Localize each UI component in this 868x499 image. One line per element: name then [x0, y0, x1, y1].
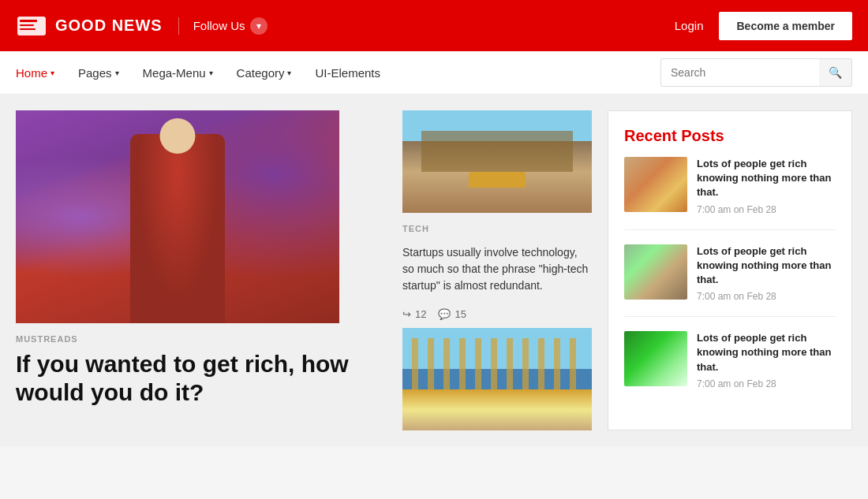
shares-meta: ↪ 12 — [402, 308, 426, 320]
post-date-3: 7:00 am on Feb 28 — [697, 378, 836, 389]
category-caret-icon: ▾ — [287, 69, 291, 77]
post-title-2: Lots of people get rich knowing nothing … — [697, 244, 836, 288]
nav-category-label: Category — [237, 66, 285, 80]
search-icon: 🔍 — [829, 66, 842, 79]
nav-left: Home ▾ Pages ▾ Mega-Menu ▾ Category ▾ UI… — [16, 66, 380, 80]
hero-category-label: MUSTREADS — [16, 334, 387, 344]
nav-mega-label: Mega-Menu — [143, 66, 206, 80]
nav-item-ui-elements[interactable]: UI-Elements — [315, 66, 380, 80]
become-member-button[interactable]: Become a member — [719, 12, 852, 40]
pages-caret-icon: ▾ — [115, 69, 119, 77]
hero-section: MUSTREADS If you wanted to get rich, how… — [16, 110, 592, 430]
canal-image — [402, 110, 592, 213]
search-input[interactable] — [661, 66, 819, 79]
recent-post-1[interactable]: Lots of people get rich knowing nothing … — [624, 157, 836, 230]
hero-main-content: MUSTREADS If you wanted to get rich, how… — [16, 323, 387, 413]
desert-thumbnail — [624, 157, 687, 212]
home-caret-icon: ▾ — [51, 69, 54, 77]
nav-home-label: Home — [16, 66, 47, 80]
post-date-2: 7:00 am on Feb 28 — [697, 291, 836, 302]
nav-pages-label: Pages — [78, 66, 112, 80]
nav-item-pages[interactable]: Pages ▾ — [78, 66, 119, 80]
post-thumb-2 — [624, 244, 687, 300]
side-image-bottom — [402, 328, 592, 430]
login-button[interactable]: Login — [675, 19, 704, 32]
content-left: MUSTREADS If you wanted to get rich, how… — [16, 110, 592, 430]
follow-us-label: Follow Us — [193, 19, 245, 32]
kitchen-background — [16, 110, 339, 323]
comment-icon: 💬 — [438, 308, 451, 320]
post-info-3: Lots of people get rich knowing nothing … — [697, 331, 836, 389]
hero-side: TECH Startups usually involve technology… — [402, 110, 592, 430]
search-box[interactable]: 🔍 — [660, 58, 852, 87]
follow-us-button[interactable]: Follow Us ▾ — [178, 17, 268, 35]
logo-icon — [16, 10, 47, 42]
post-title-3: Lots of people get rich knowing nothing … — [697, 331, 836, 374]
chevron-down-icon: ▾ — [250, 17, 268, 35]
top-bar-left: GOOD NEWS Follow Us ▾ — [16, 10, 268, 42]
side-image-top — [402, 110, 592, 213]
logo-area[interactable]: GOOD NEWS — [16, 10, 163, 42]
sidebar-title: Recent Posts — [624, 127, 836, 145]
nav-item-category[interactable]: Category ▾ — [237, 66, 292, 80]
share-icon: ↪ — [402, 308, 411, 320]
post-title-1: Lots of people get rich knowing nothing … — [697, 157, 836, 200]
svg-rect-2 — [20, 24, 34, 26]
side-article-text[interactable]: Startups usually involve technology, so … — [402, 244, 592, 294]
comments-count: 15 — [455, 308, 466, 320]
top-bar-right: Login Become a member — [675, 12, 852, 40]
top-bar: GOOD NEWS Follow Us ▾ Login Become a mem… — [0, 0, 868, 51]
nav-bar: Home ▾ Pages ▾ Mega-Menu ▾ Category ▾ UI… — [0, 51, 868, 95]
search-button[interactable]: 🔍 — [819, 59, 851, 86]
side-article-category: TECH — [402, 224, 592, 233]
recent-post-3[interactable]: Lots of people get rich knowing nothing … — [624, 331, 836, 404]
sidebar: Recent Posts Lots of people get rich kno… — [608, 110, 852, 430]
hero-title[interactable]: If you wanted to get rich, how would you… — [16, 350, 387, 407]
shares-count: 12 — [415, 308, 426, 320]
nav-item-home[interactable]: Home ▾ — [16, 66, 54, 80]
article-meta: ↪ 12 💬 15 — [402, 308, 592, 320]
logo-text: GOOD NEWS — [55, 17, 163, 35]
nav-item-mega-menu[interactable]: Mega-Menu ▾ — [143, 66, 213, 80]
post-thumb-3 — [624, 331, 687, 386]
mega-caret-icon: ▾ — [209, 69, 213, 77]
post-thumb-1 — [624, 157, 687, 212]
post-info-2: Lots of people get rich knowing nothing … — [697, 244, 836, 303]
svg-rect-3 — [20, 28, 36, 30]
marina-image — [402, 328, 592, 430]
mountain-thumbnail — [624, 331, 687, 386]
post-info-1: Lots of people get rich knowing nothing … — [697, 157, 836, 215]
horses-thumbnail — [624, 244, 687, 300]
svg-rect-1 — [20, 20, 37, 22]
comments-meta: 💬 15 — [438, 308, 466, 320]
hero-main: MUSTREADS If you wanted to get rich, how… — [16, 110, 387, 430]
post-date-1: 7:00 am on Feb 28 — [697, 204, 836, 215]
main-content: MUSTREADS If you wanted to get rich, how… — [0, 95, 868, 446]
recent-post-2[interactable]: Lots of people get rich knowing nothing … — [624, 244, 836, 318]
hero-main-image — [16, 110, 339, 323]
nav-ui-label: UI-Elements — [315, 66, 380, 80]
